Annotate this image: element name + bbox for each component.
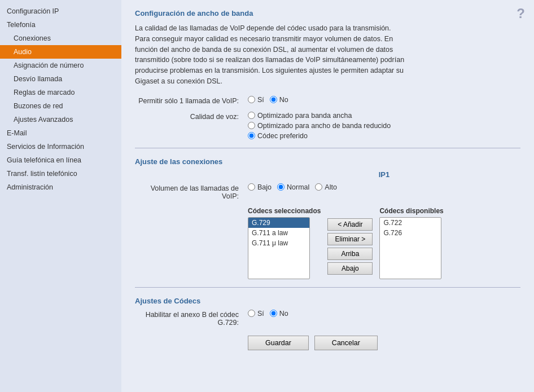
codecs-seleccionados-list[interactable]: G.729 G.711 a law G.711 μ law bbox=[248, 217, 310, 279]
volumen-label: Volumen de las llamadas de VoIP: bbox=[135, 183, 248, 200]
permitir-no-option[interactable]: No bbox=[270, 96, 288, 104]
volumen-alto-option[interactable]: Alto bbox=[315, 183, 337, 191]
volumen-row: Volumen de las llamadas de VoIP: Bajo No… bbox=[135, 183, 520, 200]
calidad-codec-preferido-label: Códec preferido bbox=[257, 132, 308, 140]
calidad-banda-ancha-option[interactable]: Optimizado para banda ancha bbox=[248, 112, 391, 120]
sidebar-item-ajustes-avanzados[interactable]: Ajustes Avanzados bbox=[0, 113, 121, 126]
habilitar-si-radio[interactable] bbox=[248, 310, 255, 317]
habilitar-no-option[interactable]: No bbox=[270, 310, 288, 318]
calidad-codec-preferido-option[interactable]: Códec preferido bbox=[248, 132, 391, 140]
divider-2 bbox=[135, 287, 520, 288]
volumen-bajo-label: Bajo bbox=[257, 183, 272, 191]
habilitar-si-option[interactable]: Sí bbox=[248, 310, 264, 318]
permitir-row: Permitir sólo 1 llamada de VoIP: Sí No bbox=[135, 96, 520, 105]
calidad-banda-ancha-radio[interactable] bbox=[248, 112, 255, 119]
calidad-codec-preferido-radio[interactable] bbox=[248, 132, 255, 139]
sidebar-item-audio[interactable]: Audio bbox=[0, 45, 121, 59]
codecs-disponibles-label: Códecs disponibles bbox=[379, 207, 443, 215]
volumen-normal-label: Normal bbox=[287, 183, 309, 191]
volumen-normal-option[interactable]: Normal bbox=[277, 183, 309, 191]
anadir-button[interactable]: < Añadir bbox=[327, 218, 373, 231]
volumen-alto-radio[interactable] bbox=[315, 183, 322, 191]
codecs-disponibles-wrap: Códecs disponibles G.722 G.726 bbox=[379, 207, 443, 279]
habilitar-radio-group: Sí No bbox=[248, 310, 288, 318]
codec-available-item[interactable]: G.726 bbox=[380, 228, 441, 238]
volumen-normal-radio[interactable] bbox=[277, 183, 284, 191]
permitir-no-label: No bbox=[279, 96, 288, 104]
habilitar-no-label: No bbox=[279, 310, 288, 318]
arriba-button[interactable]: Arriba bbox=[327, 248, 373, 260]
volumen-alto-label: Alto bbox=[325, 183, 337, 191]
calidad-banda-reducida-radio[interactable] bbox=[248, 122, 255, 129]
bottom-buttons: Guardar Cancelar bbox=[248, 336, 520, 350]
calidad-banda-reducida-option[interactable]: Optimizado para ancho de banda reducido bbox=[248, 122, 391, 130]
permitir-no-radio[interactable] bbox=[270, 96, 277, 103]
guardar-button[interactable]: Guardar bbox=[248, 336, 309, 350]
cancelar-button[interactable]: Cancelar bbox=[314, 336, 378, 350]
codecs-disponibles-list[interactable]: G.722 G.726 bbox=[379, 217, 441, 279]
permitir-si-option[interactable]: Sí bbox=[248, 96, 264, 104]
volumen-radio-group: Bajo Normal Alto bbox=[248, 183, 337, 191]
calidad-options: Optimizado para banda ancha Optimizado p… bbox=[248, 112, 391, 140]
habilitar-label: Habilitar el anexo B del códec G.729: bbox=[135, 310, 248, 327]
eliminar-button[interactable]: Eliminar > bbox=[327, 233, 373, 245]
sidebar-item-email[interactable]: E-Mail bbox=[0, 126, 121, 140]
sidebar: Configuración IPTelefoníaConexionesAudio… bbox=[0, 0, 121, 392]
calidad-row: Calidad de voz: Optimizado para banda an… bbox=[135, 112, 520, 140]
calidad-banda-reducida-label: Optimizado para ancho de banda reducido bbox=[257, 122, 391, 130]
ip1-label: IP1 bbox=[248, 170, 520, 179]
codec-row: Códecs seleccionados G.729 G.711 a law G… bbox=[135, 207, 520, 279]
sidebar-item-reglas-marcado[interactable]: Reglas de marcado bbox=[0, 86, 121, 99]
permitir-si-radio[interactable] bbox=[248, 96, 255, 103]
sidebar-item-servicios-informacion[interactable]: Servicios de Información bbox=[0, 140, 121, 153]
help-icon[interactable]: ? bbox=[517, 6, 525, 21]
codec-buttons: < Añadir Eliminar > Arriba Abajo bbox=[327, 207, 373, 275]
ajustes-codecs-title: Ajustes de Códecs bbox=[135, 297, 520, 305]
codec-selected-item[interactable]: G.711 a law bbox=[248, 228, 309, 238]
habilitar-si-label: Sí bbox=[257, 310, 264, 318]
section-title: Configuración de ancho de banda bbox=[135, 9, 520, 17]
habilitar-no-radio[interactable] bbox=[270, 310, 277, 317]
codec-spacer bbox=[135, 207, 248, 208]
volumen-bajo-radio[interactable] bbox=[248, 183, 255, 191]
habilitar-row: Habilitar el anexo B del códec G.729: Sí… bbox=[135, 310, 520, 327]
sidebar-item-transf-listin[interactable]: Transf. listín telefónico bbox=[0, 167, 121, 180]
calidad-label: Calidad de voz: bbox=[135, 112, 248, 121]
sidebar-item-administracion[interactable]: Administración bbox=[0, 180, 121, 194]
permitir-si-label: Sí bbox=[257, 96, 264, 104]
sidebar-item-configuracion-ip[interactable]: Configuración IP bbox=[0, 5, 121, 18]
codecs-seleccionados-wrap: Códecs seleccionados G.729 G.711 a law G… bbox=[248, 207, 321, 279]
calidad-banda-ancha-label: Optimizado para banda ancha bbox=[257, 112, 352, 120]
sidebar-item-guia-telefonica[interactable]: Guía telefónica en línea bbox=[0, 153, 121, 167]
sidebar-item-asignacion-numero[interactable]: Asignación de número bbox=[0, 59, 121, 72]
codec-selected-item[interactable]: G.711 μ law bbox=[248, 238, 309, 248]
sidebar-item-telefonia[interactable]: Telefonía bbox=[0, 18, 121, 32]
permitir-radio-group: Sí No bbox=[248, 96, 288, 104]
ajuste-conexiones-title: Ajuste de las conexiones bbox=[135, 157, 520, 166]
codec-available-item[interactable]: G.722 bbox=[380, 218, 441, 228]
main-content: ? Configuración de ancho de banda La cal… bbox=[121, 0, 534, 392]
sidebar-item-desvio-llamada[interactable]: Desvío llamada bbox=[0, 72, 121, 86]
codec-selected-item[interactable]: G.729 bbox=[248, 218, 309, 228]
volumen-bajo-option[interactable]: Bajo bbox=[248, 183, 272, 191]
codecs-seleccionados-label: Códecs seleccionados bbox=[248, 207, 321, 215]
divider-1 bbox=[135, 148, 520, 148]
permitir-label: Permitir sólo 1 llamada de VoIP: bbox=[135, 96, 248, 105]
abajo-button[interactable]: Abajo bbox=[327, 262, 373, 275]
sidebar-item-buzones-red[interactable]: Buzones de red bbox=[0, 99, 121, 113]
description-text: La calidad de las llamadas de VoIP depen… bbox=[135, 23, 406, 87]
sidebar-item-conexiones[interactable]: Conexiones bbox=[0, 32, 121, 45]
